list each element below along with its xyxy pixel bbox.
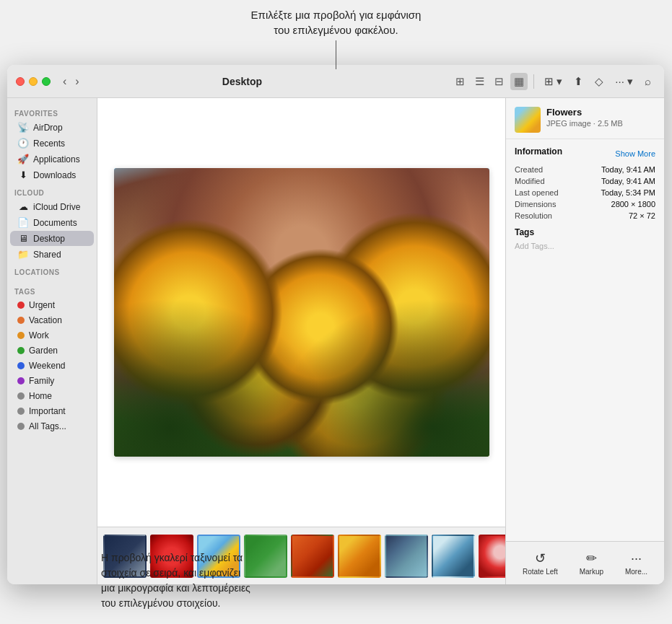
info-row-last-opened: Last opened Today, 5:34 PM [515, 188, 655, 197]
sidebar-item-work-label: Work [29, 330, 49, 340]
all-tags-dot [17, 423, 25, 430]
created-label: Created [515, 165, 543, 174]
sidebar-item-weekend[interactable]: Weekend [10, 359, 94, 373]
sidebar-item-home-label: Home [29, 391, 52, 401]
dimensions-value: 2800 × 1800 [611, 200, 655, 208]
sidebar-item-downloads[interactable]: ⬇ Downloads [10, 167, 94, 183]
sort-button[interactable]: ⊞ ▾ [540, 73, 567, 90]
inspector-file-name: Flowers [546, 107, 623, 118]
info-row-modified: Modified Today, 9:41 AM [515, 177, 655, 185]
markup-button[interactable]: ✏ Markup [574, 548, 609, 579]
tags-section: Tags Add Tags... [515, 227, 655, 250]
photo-composition [114, 168, 489, 457]
icloud-section-label: iCloud [7, 183, 97, 198]
locations-section-label: Locations [7, 263, 97, 278]
thumbnail-6[interactable] [338, 535, 381, 578]
garden-tag-dot [17, 347, 25, 354]
sidebar-item-recents-label: Recents [33, 139, 65, 149]
more-tools-button[interactable]: ··· More... [619, 548, 653, 579]
thumbnail-5[interactable] [291, 535, 334, 578]
sidebar-item-family-label: Family [29, 376, 54, 386]
thumbnail-3[interactable] [197, 535, 240, 578]
thumbnail-9[interactable] [479, 535, 505, 578]
sidebar-item-urgent-label: Urgent [29, 300, 55, 310]
home-tag-dot [17, 392, 25, 400]
thumbnail-8[interactable] [432, 535, 475, 578]
sidebar-item-garden-label: Garden [29, 346, 58, 356]
markup-label: Markup [580, 568, 603, 576]
recents-icon: 🕐 [17, 138, 29, 149]
sidebar-item-shared[interactable]: 📁 Shared [10, 247, 94, 262]
info-row-resolution: Resolution 72 × 72 [515, 211, 655, 220]
inspector-body: Information Show More Created Today, 9:4… [506, 139, 664, 541]
show-more-link[interactable]: Show More [615, 149, 655, 158]
created-value: Today, 9:41 AM [601, 165, 655, 174]
inspector-file-type: JPEG image · 2.5 MB [546, 119, 623, 128]
last-opened-value: Today, 5:34 PM [601, 188, 655, 197]
sidebar-item-desktop-label: Desktop [33, 234, 65, 244]
favorites-section-label: Favorites [7, 104, 97, 119]
rotate-left-icon: ↺ [535, 550, 546, 566]
sidebar-item-vacation[interactable]: Vacation [10, 313, 94, 328]
close-button[interactable] [16, 77, 25, 86]
inspector-file-info: Flowers JPEG image · 2.5 MB [546, 107, 623, 128]
info-row-dimensions: Dimensions 2800 × 1800 [515, 200, 655, 208]
urgent-tag-dot [17, 302, 25, 309]
info-header-row: Information Show More [515, 146, 655, 161]
window-title: Desktop [32, 76, 453, 87]
share-button[interactable]: ⬆ [570, 73, 588, 90]
dimensions-label: Dimensions [515, 200, 556, 208]
sidebar-item-urgent[interactable]: Urgent [10, 298, 94, 312]
sidebar-item-all-tags[interactable]: All Tags... [10, 419, 94, 434]
sidebar-item-icloud-drive[interactable]: ☁ iCloud Drive [10, 199, 94, 214]
sidebar-item-downloads-label: Downloads [33, 170, 76, 180]
work-tag-dot [17, 332, 25, 339]
sidebar-item-important[interactable]: Important [10, 404, 94, 418]
view-gallery-button[interactable]: ▦ [510, 73, 528, 90]
desktop-icon: 🖥 [17, 233, 29, 244]
tags-section-label: Tags [7, 282, 97, 297]
icloud-drive-icon: ☁ [17, 201, 29, 212]
rotate-left-button[interactable]: ↺ Rotate Left [517, 548, 564, 579]
title-bar: ‹ › Desktop ⊞ ☰ ⊟ ▦ ⊞ ▾ ⬆ ◇ ··· ▾ ⌕ [7, 65, 664, 98]
inspector-panel: Flowers JPEG image · 2.5 MB Information … [505, 98, 664, 584]
sidebar-item-work[interactable]: Work [10, 328, 94, 343]
tags-section-title: Tags [515, 227, 655, 237]
sidebar-item-family[interactable]: Family [10, 374, 94, 388]
thumbnail-1[interactable] [103, 535, 147, 578]
applications-icon: 🚀 [17, 154, 29, 164]
sidebar-item-shared-label: Shared [33, 250, 61, 260]
thumbnail-4[interactable] [244, 535, 287, 578]
sidebar-item-all-tags-label: All Tags... [29, 421, 66, 431]
sidebar-item-airdrop[interactable]: 📡 AirDrop [10, 120, 94, 135]
tag-button[interactable]: ◇ [590, 73, 608, 90]
thumbnail-2[interactable] [150, 535, 193, 578]
markup-icon: ✏ [586, 550, 597, 566]
add-tags-placeholder[interactable]: Add Tags... [515, 242, 655, 250]
view-list-button[interactable]: ☰ [471, 73, 488, 90]
main-image[interactable] [114, 168, 489, 457]
search-button[interactable]: ⌕ [640, 73, 655, 89]
thumbnail-7[interactable] [385, 535, 428, 578]
resolution-value: 72 × 72 [629, 211, 655, 220]
sidebar-item-important-label: Important [29, 406, 66, 416]
important-tag-dot [17, 408, 25, 415]
sidebar-item-applications-label: Applications [33, 154, 80, 164]
sidebar-item-applications[interactable]: 🚀 Applications [10, 151, 94, 167]
main-content: › [97, 98, 505, 584]
information-section-title: Information [515, 146, 562, 157]
sidebar-item-garden[interactable]: Garden [10, 343, 94, 358]
people-overlay [114, 168, 489, 457]
sidebar-item-documents[interactable]: 📄 Documents [10, 215, 94, 230]
resolution-label: Resolution [515, 211, 552, 220]
more-options-button[interactable]: ··· ▾ [611, 73, 637, 90]
info-row-created: Created Today, 9:41 AM [515, 165, 655, 174]
window-body: Favorites 📡 AirDrop 🕐 Recents 🚀 Applicat… [7, 98, 664, 584]
sidebar-item-recents[interactable]: 🕐 Recents [10, 136, 94, 151]
view-icons-button[interactable]: ⊞ [452, 73, 468, 90]
sidebar-item-desktop[interactable]: 🖥 Desktop [10, 231, 94, 246]
modified-label: Modified [515, 177, 545, 185]
downloads-icon: ⬇ [17, 170, 29, 180]
view-columns-button[interactable]: ⊟ [491, 73, 507, 90]
sidebar-item-home[interactable]: Home [10, 389, 94, 403]
